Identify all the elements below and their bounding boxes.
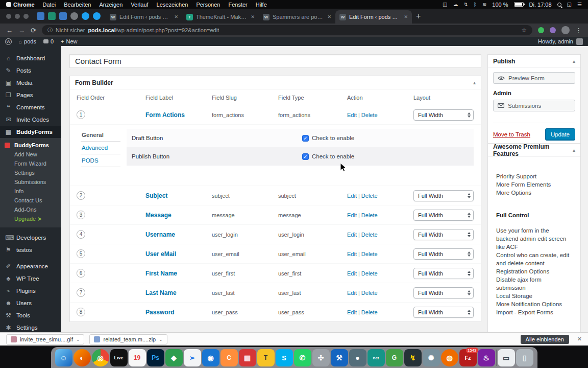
edit-link[interactable]: Edit [347,212,357,218]
dock-app-icon[interactable]: ⚒ [331,349,348,366]
panel-tab[interactable]: General [81,129,120,142]
download-menu-icon[interactable]: ⌄ [159,337,163,342]
sidebar-menu-item[interactable]: ⚒ Tools [0,309,61,321]
menu-bar-item[interactable]: Anzeigen [99,2,122,8]
delete-link[interactable]: Delete [361,212,378,218]
extension-icon[interactable] [550,27,556,33]
field-order-handle[interactable]: 1 [77,110,85,119]
dock-app-icon[interactable]: ◉ [202,349,219,366]
pinned-tab[interactable] [93,12,101,20]
window-zoom-button[interactable] [23,14,29,19]
status-icon[interactable]: ☁ [453,2,458,7]
sidebar-menu-item[interactable]: ▦ BuddyForms [0,126,61,138]
browser-tab[interactable]: W Edit Form ‹ pods — WordPress ✕ [106,10,182,24]
layout-select[interactable]: Full Width [413,210,474,221]
field-label-link[interactable]: Last Name [139,289,205,296]
dock-app-icon[interactable]: Fz 1543 [459,349,477,366]
pinned-tab[interactable] [82,12,89,20]
menu-bar-item[interactable]: Personen [196,2,220,8]
update-button[interactable]: Update [545,128,575,141]
menu-bar-item[interactable]: Fenster [228,2,247,8]
sidebar-subitem-buddyforms[interactable]: BuddyForms [0,141,61,150]
field-label-link[interactable]: Message [139,212,205,219]
dock-app-icon[interactable]: ▭ [498,349,515,366]
menu-bar-clock[interactable]: Di. 17:08 [529,2,552,8]
dock-app-icon[interactable]: ✣ [312,349,330,366]
field-label-link[interactable]: First Name [139,270,205,277]
dock-app-icon[interactable]: Live [110,349,128,366]
field-order-handle[interactable]: 8 [77,308,85,316]
sidebar-menu-item[interactable]: ⚑ testos [0,244,61,256]
sidebar-subitem[interactable]: Upgrade ➤ [0,214,61,224]
sidebar-menu-item[interactable]: ✐ Appearance [0,260,61,272]
submissions-button[interactable]: Submissions [493,100,575,111]
layout-select[interactable]: Full Width [413,307,474,318]
dock-app-icon[interactable]: T [257,349,275,366]
preview-form-button[interactable]: Preview Form [493,72,575,84]
wordpress-logo-icon[interactable]: W [5,38,12,45]
status-icon[interactable]: ≋ [482,2,486,7]
tab-close-icon[interactable]: ✕ [251,14,255,19]
dock-app-icon[interactable]: net [368,349,385,366]
publish-header[interactable]: Publish ▴ [488,55,580,68]
download-menu-icon[interactable]: ⌄ [76,337,80,342]
dock-app-icon[interactable]: ➢ [184,349,201,366]
field-order-handle[interactable]: 6 [77,269,85,278]
edit-link[interactable]: Edit [347,309,357,315]
status-icon[interactable]: ᛒ [474,2,477,7]
address-bar[interactable]: ⓘ Nicht sicher pods.local/wp-admin/post.… [42,25,532,35]
menu-bar-item[interactable]: Hilfe [256,2,267,8]
delete-link[interactable]: Delete [361,290,378,296]
sidebar-menu-item[interactable]: ❝ Comments [0,101,61,113]
field-order-handle[interactable]: 4 [77,230,85,239]
window-close-button[interactable] [6,14,11,19]
sidebar-menu-item[interactable]: ▣ Media [0,77,61,89]
dock-app-icon[interactable]: ✆ [294,349,311,366]
tab-close-icon[interactable]: ✕ [404,14,408,19]
tab-close-icon[interactable]: ✕ [327,14,331,19]
new-content-menu[interactable]: + New [61,38,77,44]
dock-app-icon[interactable]: 19 [129,349,146,366]
dock-app-icon[interactable]: ♨ [478,349,495,366]
site-name-menu[interactable]: ⌂ pods [19,38,36,44]
new-tab-button[interactable]: + [416,12,421,21]
layout-select[interactable]: Full Width [413,287,474,298]
move-to-trash-link[interactable]: Move to Trash [493,131,530,137]
window-minimize-button[interactable] [15,14,20,19]
checkbox-checked-icon[interactable]: ✓ [302,153,309,160]
sidebar-menu-item[interactable]: ♣ WP Tree [0,272,61,285]
dock-app-icon[interactable]: ☺ [55,349,72,366]
dock-app-icon[interactable]: ▯ [516,349,533,366]
form-builder-header[interactable]: Form Builder ▴ [70,76,481,89]
browser-tab[interactable]: W Spammers are posting | Wordl... ✕ [259,10,335,24]
sidebar-menu-item[interactable]: ✉ Invite Codes [0,113,61,126]
sidebar-subitem[interactable]: Contact Us [0,196,61,205]
apple-menu-icon[interactable] [6,2,11,7]
sidebar-menu-item[interactable]: ☻ Users [0,297,61,309]
layout-select[interactable]: Full Width [413,229,474,240]
sidebar-menu-item[interactable]: ✱ Settings [0,321,61,332]
field-label-link[interactable]: Form Actions [139,111,205,119]
delete-link[interactable]: Delete [361,193,378,199]
sidebar-subitem[interactable]: Submissions [0,177,61,187]
howdy-admin-menu[interactable]: Howdy, admin [538,38,573,44]
dock-app-icon[interactable]: C [220,349,238,366]
layout-select[interactable]: Full Width [413,109,474,121]
sidebar-menu-item[interactable]: ⌁ Plugins [0,285,61,297]
browser-tab[interactable]: T ThemeKraft - Make Your Word... ✕ [182,10,259,24]
collapse-icon[interactable]: ▴ [573,147,575,153]
field-label-link[interactable]: Password [139,309,205,316]
comments-menu[interactable]: 0 [43,38,54,44]
sidebar-subitem[interactable]: Add New [0,150,61,159]
delete-link[interactable]: Delete [361,309,378,315]
panel-tab[interactable]: PODS [81,154,120,167]
dock-app-icon[interactable]: ▦ [239,349,256,366]
checkbox-checked-icon[interactable]: ✓ [302,135,309,142]
browser-profile-avatar[interactable] [561,26,570,34]
download-item[interactable]: related_team.m....zip ⌄ [89,334,167,344]
layout-select[interactable]: Full Width [413,190,474,201]
tab-close-icon[interactable]: ✕ [174,14,178,19]
dock-app-icon[interactable]: ◆ [165,349,183,366]
field-label-link[interactable]: Subject [139,192,205,199]
status-icon[interactable]: ◫ [443,2,447,7]
